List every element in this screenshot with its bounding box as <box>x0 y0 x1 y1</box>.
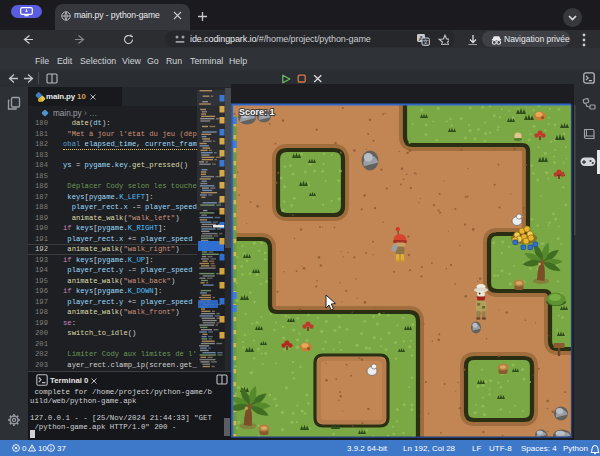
svg-text:Score: 1: Score: 1 <box>239 107 275 117</box>
